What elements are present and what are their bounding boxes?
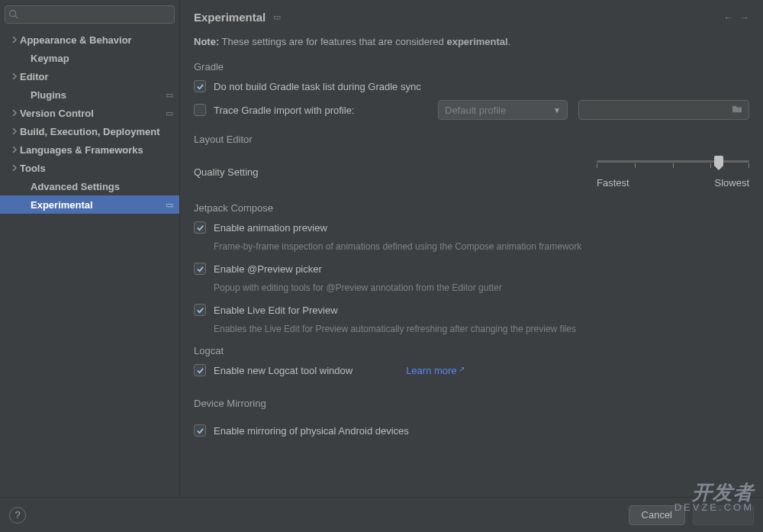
- content-header: Experimental ▭ ← →: [180, 0, 763, 31]
- settings-sidebar: Appearance & BehaviorKeymapEditorPlugins…: [0, 0, 180, 497]
- search-input[interactable]: [5, 5, 175, 24]
- note-text: Note: These settings are for features th…: [194, 36, 749, 47]
- chevron-right-icon: [9, 110, 20, 116]
- sidebar-item-label: Advanced Settings: [31, 181, 173, 192]
- gradle-trace-label: Trace Gradle import with profile:: [214, 105, 354, 116]
- slider-min-label: Fastest: [597, 177, 629, 189]
- chevron-down-icon: ▼: [553, 106, 561, 114]
- external-link-icon: ↗: [459, 365, 465, 373]
- sidebar-item-label: Experimental: [31, 199, 166, 211]
- project-indicator-icon: ▭: [166, 108, 173, 118]
- anim-preview-desc: Frame-by-frame inspection of animations …: [214, 241, 749, 252]
- mirror-label: Enable mirroring of physical Android dev…: [214, 425, 409, 437]
- preview-picker-label: Enable @Preview picker: [214, 263, 322, 275]
- project-indicator-icon: ▭: [273, 12, 281, 22]
- slider-thumb[interactable]: [714, 156, 723, 166]
- logcat-learn-more-link[interactable]: Learn more↗: [406, 365, 464, 376]
- sidebar-item-label: Tools: [20, 163, 173, 174]
- settings-content: Experimental ▭ ← → Note: These settings …: [180, 0, 763, 497]
- cancel-button[interactable]: Cancel: [629, 505, 685, 525]
- live-edit-desc: Enables the Live Edit for Preview automa…: [214, 324, 749, 334]
- search-icon: [8, 9, 18, 19]
- gradle-no-build-label: Do not build Gradle task list during Gra…: [214, 81, 421, 92]
- svg-point-0: [10, 11, 16, 17]
- checkbox-anim-preview[interactable]: [194, 221, 206, 234]
- checkbox-preview-picker[interactable]: [194, 263, 206, 275]
- sidebar-item-label: Editor: [20, 71, 173, 82]
- compose-anim-row[interactable]: Enable animation preview: [194, 221, 749, 234]
- secondary-button[interactable]: [693, 505, 754, 525]
- quality-slider[interactable]: [597, 156, 749, 174]
- nav-forward-icon[interactable]: →: [739, 11, 749, 23]
- checkbox-mirror[interactable]: [194, 424, 206, 437]
- dialog-footer: ? Cancel: [0, 497, 763, 532]
- sidebar-item-plugins[interactable]: Plugins▭: [0, 85, 179, 104]
- page-title: Experimental: [194, 11, 266, 24]
- sidebar-item-label: Version Control: [20, 108, 166, 119]
- sidebar-item-appearance-behavior[interactable]: Appearance & Behavior: [0, 31, 179, 49]
- trace-profile-dropdown[interactable]: Default profile ▼: [438, 100, 568, 120]
- logcat-label: Enable new Logcat tool window: [214, 365, 353, 376]
- sidebar-item-experimental[interactable]: Experimental▭: [0, 195, 179, 214]
- sidebar-item-advanced-settings[interactable]: Advanced Settings: [0, 177, 179, 195]
- checkbox-logcat[interactable]: [194, 364, 206, 376]
- sidebar-item-build-execution-deployment[interactable]: Build, Execution, Deployment: [0, 122, 179, 140]
- chevron-right-icon: [9, 73, 20, 79]
- trace-path-field[interactable]: [578, 100, 749, 120]
- sidebar-item-label: Appearance & Behavior: [20, 34, 173, 46]
- settings-search[interactable]: [5, 5, 175, 24]
- gradle-no-build-row[interactable]: Do not build Gradle task list during Gra…: [194, 80, 749, 92]
- svg-line-1: [15, 16, 18, 18]
- section-gradle: Gradle: [194, 61, 749, 73]
- chevron-right-icon: [9, 37, 20, 43]
- folder-icon[interactable]: [732, 105, 742, 116]
- compose-live-row[interactable]: Enable Live Edit for Preview: [194, 304, 749, 316]
- project-indicator-icon: ▭: [166, 200, 173, 210]
- sidebar-item-version-control[interactable]: Version Control▭: [0, 104, 179, 122]
- sidebar-item-tools[interactable]: Tools: [0, 159, 179, 177]
- help-button[interactable]: ?: [9, 507, 26, 524]
- sidebar-item-label: Languages & Frameworks: [20, 144, 173, 156]
- checkbox-gradle-trace[interactable]: [194, 104, 206, 116]
- section-layout-editor: Layout Editor: [194, 134, 749, 145]
- section-compose: Jetpack Compose: [194, 202, 749, 214]
- sidebar-item-editor[interactable]: Editor: [0, 67, 179, 85]
- chevron-right-icon: [9, 165, 20, 171]
- settings-tree: Appearance & BehaviorKeymapEditorPlugins…: [0, 29, 179, 497]
- logcat-row[interactable]: Enable new Logcat tool window Learn more…: [194, 364, 749, 376]
- checkbox-live-edit[interactable]: [194, 304, 206, 316]
- nav-back-icon[interactable]: ←: [723, 11, 733, 23]
- quality-label: Quality Setting: [194, 166, 259, 178]
- section-logcat: Logcat: [194, 345, 749, 356]
- slider-max-label: Slowest: [714, 177, 749, 189]
- compose-picker-row[interactable]: Enable @Preview picker: [194, 263, 749, 275]
- checkbox-gradle-no-build[interactable]: [194, 80, 206, 92]
- section-mirror: Device Mirroring: [194, 398, 749, 409]
- chevron-right-icon: [9, 128, 20, 134]
- mirror-row[interactable]: Enable mirroring of physical Android dev…: [194, 424, 749, 437]
- sidebar-item-label: Keymap: [31, 53, 173, 64]
- preview-picker-desc: Popup with editing tools for @Preview an…: [214, 282, 749, 293]
- anim-preview-label: Enable animation preview: [214, 222, 327, 234]
- sidebar-item-keymap[interactable]: Keymap: [0, 49, 179, 67]
- project-indicator-icon: ▭: [166, 90, 173, 100]
- sidebar-item-languages-frameworks[interactable]: Languages & Frameworks: [0, 140, 179, 159]
- sidebar-item-label: Plugins: [31, 89, 166, 101]
- sidebar-item-label: Build, Execution, Deployment: [20, 126, 173, 137]
- chevron-right-icon: [9, 147, 20, 153]
- live-edit-label: Enable Live Edit for Preview: [214, 305, 338, 316]
